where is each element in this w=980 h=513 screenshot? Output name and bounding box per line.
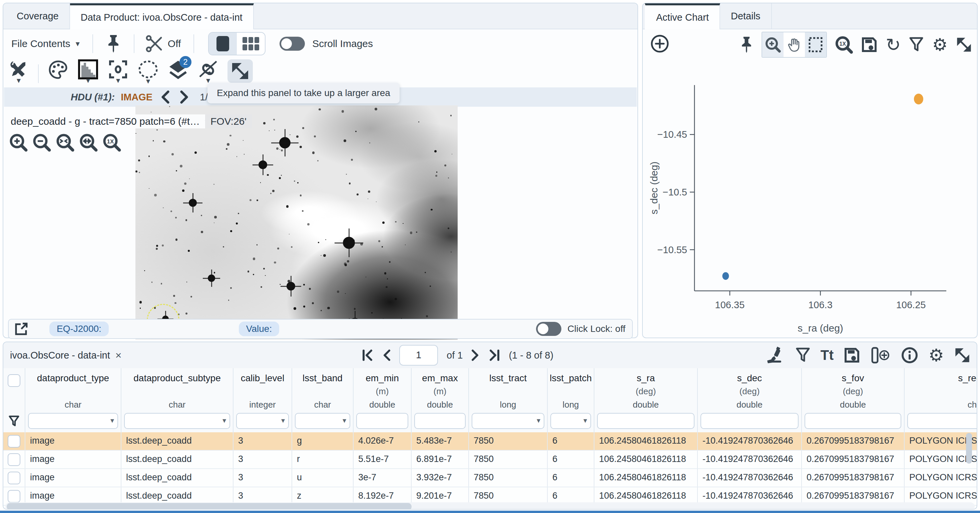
crop-scissors-icon[interactable] <box>146 35 163 53</box>
zoom-in-icon[interactable] <box>9 133 28 152</box>
table-settings-icon[interactable]: ⚙ <box>928 347 944 363</box>
column-header[interactable]: calib_level <box>241 373 285 386</box>
crop-state-label[interactable]: Off <box>168 38 181 49</box>
single-view-button[interactable] <box>209 33 237 55</box>
obscore-table-panel: ivoa.ObsCore - data-int × 1 of 1 (1 - 8 … <box>3 341 977 510</box>
column-filter-input[interactable] <box>907 413 977 429</box>
add-chart-icon[interactable] <box>650 34 670 53</box>
table-row[interactable]: imagelsst.deep_coadd3g4.026e-75.483e-778… <box>3 432 977 451</box>
chart-pan-button[interactable] <box>784 32 805 57</box>
close-icon[interactable]: × <box>115 349 122 362</box>
column-filter-select[interactable]: ▾ <box>550 413 591 429</box>
first-page-icon[interactable] <box>362 349 373 361</box>
stretch-histogram-button[interactable]: ▾ <box>77 59 99 82</box>
grid-view-button[interactable] <box>237 33 265 55</box>
color-palette-button[interactable] <box>48 59 69 80</box>
table-vertical-scrollbar[interactable] <box>966 433 972 500</box>
tab-details[interactable]: Details <box>720 3 772 29</box>
table-filter-icon[interactable] <box>795 347 811 363</box>
layers-button[interactable]: 2 <box>167 59 189 81</box>
image-tools-button[interactable]: ▾ <box>8 59 29 82</box>
pin-chart-icon[interactable] <box>740 36 754 53</box>
prev-page-icon[interactable] <box>382 349 391 361</box>
zoom-1x-icon[interactable]: 1X <box>102 133 121 152</box>
scatter-chart[interactable]: 106.35106.3106.25−10.45−10.5−10.55s_ra (… <box>643 60 977 338</box>
scroll-images-toggle[interactable] <box>280 37 305 51</box>
column-header[interactable]: dataproduct_type <box>37 373 109 386</box>
hdu-next-button[interactable] <box>178 90 191 104</box>
column-header[interactable]: em_min <box>366 373 399 386</box>
column-header[interactable]: lsst_patch <box>550 373 592 386</box>
table-tab[interactable]: ivoa.ObsCore - data-int × <box>3 349 122 362</box>
column-type: long <box>562 400 579 412</box>
column-header[interactable]: s_ra <box>637 373 655 386</box>
column-filter-select[interactable]: ▾ <box>124 413 230 429</box>
image-title: deep_coadd - g - tract=7850 patch=6 (#t… <box>7 115 205 128</box>
table-save-icon[interactable] <box>843 347 860 363</box>
zoom-out-icon[interactable] <box>32 133 51 152</box>
file-contents-dropdown[interactable]: File Contents <box>11 38 70 49</box>
column-filter-input[interactable] <box>597 413 694 429</box>
center-image-button[interactable]: ▾ <box>107 59 129 82</box>
column-filter-select[interactable]: ▾ <box>472 413 544 429</box>
column-header[interactable]: s_fov <box>842 373 864 386</box>
chart-filter-icon[interactable] <box>908 37 924 53</box>
inspect-microscope-icon[interactable] <box>767 346 785 365</box>
click-lock-toggle[interactable] <box>536 322 562 336</box>
row-checkbox[interactable] <box>8 453 20 466</box>
column-filter-select[interactable]: ▾ <box>236 413 289 429</box>
next-page-icon[interactable] <box>471 349 480 361</box>
chart-settings-icon[interactable]: ⚙ <box>932 37 948 53</box>
zoom-fit-icon[interactable] <box>56 133 75 152</box>
select-region-button[interactable]: ▾ <box>137 59 159 83</box>
column-header[interactable]: s_dec <box>737 373 762 386</box>
wcs-unlink-button[interactable]: ▾ <box>197 59 219 82</box>
row-checkbox[interactable] <box>8 435 20 448</box>
chart-zoom-button[interactable] <box>762 32 784 57</box>
chevron-down-icon: ▾ <box>342 416 346 425</box>
column-filter-input[interactable] <box>414 413 466 429</box>
expand-panel-button[interactable] <box>228 59 253 83</box>
table-row[interactable]: imagelsst.deep_coadd3u3e-73.932e-7785061… <box>3 469 977 488</box>
column-header[interactable]: lsst_band <box>302 373 342 386</box>
table-horizontal-scrollbar[interactable] <box>5 502 975 510</box>
zoom-fill-icon[interactable] <box>79 133 98 152</box>
fits-image-viewport[interactable] <box>135 105 458 339</box>
column-filter-select[interactable]: ▾ <box>295 413 350 429</box>
hdu-prev-button[interactable] <box>158 90 172 104</box>
row-checkbox[interactable] <box>8 472 20 484</box>
chart-zoom-original-icon[interactable]: 1X <box>835 36 853 54</box>
table-cell: 6 <box>548 451 594 468</box>
last-page-icon[interactable] <box>488 349 500 361</box>
divider <box>38 64 39 83</box>
open-external-icon[interactable] <box>14 322 29 336</box>
tab-coverage[interactable]: Coverage <box>5 3 70 29</box>
column-header[interactable]: s_region <box>958 373 977 386</box>
pin-icon[interactable] <box>106 34 121 53</box>
column-filter-input[interactable] <box>356 413 408 429</box>
page-number-input[interactable]: 1 <box>399 345 438 366</box>
chevron-down-icon[interactable]: ▾ <box>76 42 80 45</box>
view-mode-toggle <box>208 32 266 55</box>
column-filter-input[interactable] <box>700 413 799 429</box>
table-row[interactable]: imagelsst.deep_coadd3r5.51e-76.891e-7785… <box>3 451 977 469</box>
select-all-checkbox[interactable] <box>8 374 20 387</box>
chart-restore-icon[interactable]: ↻ <box>886 37 900 53</box>
tab-active-chart[interactable]: Active Chart <box>645 3 720 29</box>
chart-expand-icon[interactable] <box>956 37 972 53</box>
column-header[interactable]: dataproduct_subtype <box>134 373 221 386</box>
chart-save-icon[interactable] <box>861 37 878 53</box>
add-column-icon[interactable] <box>870 347 891 364</box>
column-filter-select[interactable]: ▾ <box>28 413 118 429</box>
info-icon[interactable] <box>901 347 918 364</box>
table-expand-icon[interactable] <box>954 347 970 363</box>
chart-select-button[interactable] <box>805 32 826 57</box>
column-header[interactable]: lsst_tract <box>489 373 527 386</box>
row-checkbox[interactable] <box>8 490 20 503</box>
column-header[interactable]: em_max <box>422 373 458 386</box>
text-view-icon[interactable]: Tt <box>821 347 834 363</box>
data-product-panel: Coverage Data Product: ivoa.ObsCore - da… <box>3 3 638 338</box>
column-unit: (deg) <box>843 386 863 398</box>
tab-data-product[interactable]: Data Product: ivoa.ObsCore - data-int <box>70 3 254 29</box>
column-filter-input[interactable] <box>805 413 901 429</box>
